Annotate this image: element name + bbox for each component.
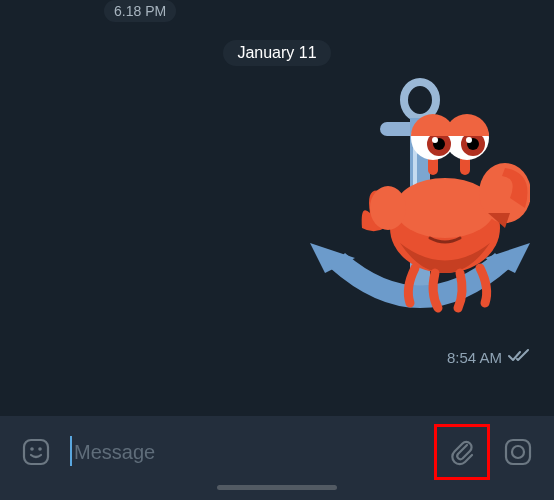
svg-rect-18 <box>24 440 48 464</box>
svg-point-19 <box>30 447 34 451</box>
svg-point-15 <box>466 137 472 143</box>
svg-point-22 <box>512 446 524 458</box>
emoji-button[interactable] <box>12 428 60 476</box>
attach-button[interactable] <box>438 428 486 476</box>
svg-point-16 <box>370 186 406 230</box>
svg-point-0 <box>404 82 436 118</box>
message-meta: 8:54 AM <box>447 349 530 366</box>
message-input-wrap[interactable]: Message <box>68 428 430 476</box>
camera-button[interactable] <box>494 428 542 476</box>
outgoing-sticker-message[interactable]: 8:54 AM <box>0 78 554 362</box>
attach-icon <box>447 437 477 467</box>
message-time-pill: 6.18 PM <box>104 0 176 22</box>
crab-anchor-sticker-icon <box>270 78 530 358</box>
svg-point-20 <box>38 447 42 451</box>
svg-rect-21 <box>506 440 530 464</box>
date-label: January 11 <box>223 40 330 66</box>
home-indicator <box>217 485 337 490</box>
emoji-icon <box>21 437 51 467</box>
read-status-icon <box>508 349 530 366</box>
svg-point-14 <box>432 137 438 143</box>
camera-icon <box>503 437 533 467</box>
message-time: 8:54 AM <box>447 349 502 366</box>
date-divider: January 11 <box>0 40 554 66</box>
chat-area: 6.18 PM January 11 <box>0 0 554 416</box>
